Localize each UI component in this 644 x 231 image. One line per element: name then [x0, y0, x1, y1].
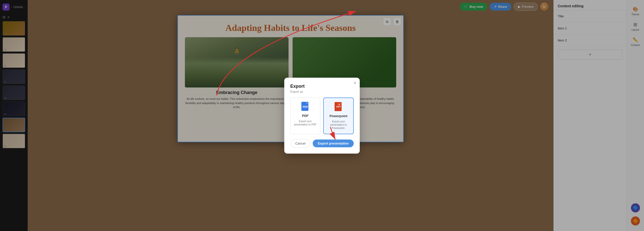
export-presentation-button[interactable]: Export presentation: [313, 140, 354, 147]
powerpoint-option-title: Powerpoint: [330, 114, 347, 118]
export-modal: × Export Export as PDF PDF Export your p…: [284, 78, 360, 154]
cancel-button[interactable]: Cancel: [291, 139, 310, 148]
modal-close-button[interactable]: ×: [353, 81, 356, 85]
modal-subtitle: Export as: [290, 90, 354, 94]
pdf-option-title: PDF: [302, 114, 309, 118]
pdf-icon: PDF: [300, 102, 310, 112]
svg-text:PDF: PDF: [303, 105, 308, 108]
export-options: PDF PDF Export your presentation to PDF …: [290, 98, 354, 134]
modal-title: Export: [290, 84, 354, 89]
svg-text:P: P: [339, 104, 340, 106]
powerpoint-export-option[interactable]: PPT P Powerpoint Export your presentatio…: [323, 98, 354, 134]
powerpoint-icon: PPT P: [334, 102, 344, 112]
svg-text:PPT: PPT: [336, 106, 341, 108]
pdf-export-option[interactable]: PDF PDF Export your presentation to PDF: [290, 98, 320, 134]
modal-overlay: × Export Export as PDF PDF Export your p…: [0, 0, 644, 231]
powerpoint-option-desc: Export your presentation to Powerpoint.: [326, 120, 351, 130]
pdf-option-desc: Export your presentation to PDF: [293, 120, 317, 126]
modal-actions: Cancel Export presentation: [290, 139, 354, 148]
